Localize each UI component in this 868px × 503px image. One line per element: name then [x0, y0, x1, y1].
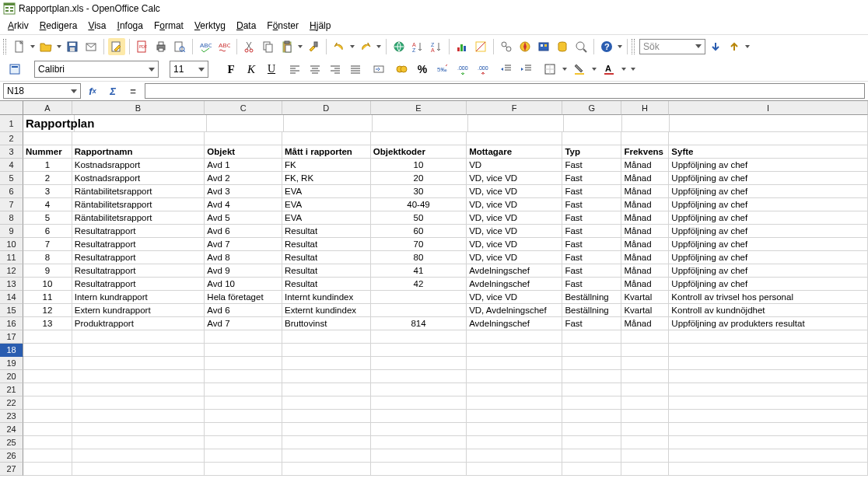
cell-G22[interactable] — [562, 396, 621, 410]
cell-A17[interactable] — [23, 330, 72, 344]
cell-B10[interactable]: Resultatrapport — [72, 238, 205, 251]
cell-E17[interactable] — [371, 330, 467, 344]
hyperlink-icon[interactable] — [390, 38, 408, 55]
cell-E9[interactable]: 60 — [371, 225, 467, 238]
row-header-11[interactable]: 11 — [0, 251, 23, 264]
cell-E5[interactable]: 20 — [371, 172, 467, 185]
menu-arkiv[interactable]: Arkiv — [3, 19, 33, 33]
cell-B26[interactable] — [72, 449, 205, 463]
open-dropdown[interactable] — [56, 38, 62, 55]
cell-F16[interactable]: Avdelningschef — [467, 317, 562, 330]
add-decimal-icon[interactable]: .000 — [454, 61, 471, 78]
cell-F18[interactable] — [467, 344, 562, 357]
cell-B8[interactable]: Räntabilitetsrapport — [72, 211, 205, 225]
row-header-9[interactable]: 9 — [0, 225, 23, 238]
cell-A18[interactable] — [23, 344, 72, 357]
row-header-8[interactable]: 8 — [0, 211, 23, 225]
cell-A12[interactable]: 9 — [23, 264, 72, 278]
format-paintbrush-icon[interactable] — [305, 38, 322, 55]
paste-dropdown[interactable] — [297, 38, 303, 55]
cell-I2[interactable] — [669, 132, 868, 145]
cell-I13[interactable]: Uppföljning av chef — [669, 278, 868, 291]
cell-D5[interactable]: FK, RK — [282, 172, 371, 185]
cell-A4[interactable]: 1 — [23, 159, 72, 172]
cell-B23[interactable] — [72, 410, 205, 423]
font-size-combo[interactable]: 11 — [170, 61, 208, 78]
cell-A10[interactable]: 7 — [23, 238, 72, 251]
cell-G4[interactable]: Fast — [562, 159, 621, 172]
zoom-icon[interactable] — [572, 38, 590, 55]
cell-H3[interactable]: Frekvens — [621, 145, 669, 159]
cell-I19[interactable] — [669, 357, 868, 370]
row-header-25[interactable]: 25 — [0, 436, 23, 449]
cell-H5[interactable]: Månad — [621, 172, 669, 185]
cell-E11[interactable]: 80 — [371, 251, 467, 264]
cell-C21[interactable] — [205, 383, 282, 396]
cell-C24[interactable] — [205, 423, 282, 436]
menu-format[interactable]: Format — [149, 19, 188, 33]
cell-G12[interactable]: Fast — [562, 264, 621, 278]
align-left-icon[interactable] — [286, 61, 303, 78]
row-header-17[interactable]: 17 — [0, 330, 23, 344]
menu-redigera[interactable]: Redigera — [35, 19, 82, 33]
cell-E25[interactable] — [371, 436, 467, 449]
cell-E21[interactable] — [371, 383, 467, 396]
cell-G6[interactable]: Fast — [562, 185, 621, 198]
cell-I4[interactable]: Uppföljning av chef — [669, 159, 868, 172]
cell-F7[interactable]: VD, vice VD — [467, 198, 562, 211]
col-header-F[interactable]: F — [467, 101, 562, 115]
cell-D9[interactable]: Resultat — [282, 225, 371, 238]
row-header-4[interactable]: 4 — [0, 159, 23, 172]
gallery-icon[interactable] — [535, 38, 552, 55]
cell-H1[interactable] — [622, 115, 670, 132]
cell-I26[interactable] — [669, 449, 868, 463]
cell-I16[interactable]: Uppföljning av produkters resultat — [669, 317, 868, 330]
cell-H10[interactable]: Månad — [621, 238, 669, 251]
cell-D15[interactable]: Externt kundindex — [282, 304, 371, 317]
cell-B14[interactable]: Intern kundrapport — [72, 291, 205, 304]
cell-G14[interactable]: Beställning — [562, 291, 621, 304]
cell-C11[interactable]: Avd 8 — [205, 251, 282, 264]
cell-E16[interactable]: 814 — [371, 317, 467, 330]
cell-G18[interactable] — [562, 344, 621, 357]
cell-A26[interactable] — [23, 449, 72, 463]
cell-F9[interactable]: VD, vice VD — [467, 225, 562, 238]
cell-B20[interactable] — [72, 370, 205, 383]
cell-A15[interactable]: 12 — [23, 304, 72, 317]
row-header-20[interactable]: 20 — [0, 370, 23, 383]
cell-H6[interactable]: Månad — [621, 185, 669, 198]
cell-A23[interactable] — [23, 410, 72, 423]
search-grip[interactable] — [632, 39, 635, 54]
cell-C6[interactable]: Avd 3 — [205, 185, 282, 198]
cell-I11[interactable]: Uppföljning av chef — [669, 251, 868, 264]
cell-I3[interactable]: Syfte — [669, 145, 868, 159]
cell-E19[interactable] — [371, 357, 467, 370]
cell-F3[interactable]: Mottagare — [467, 145, 562, 159]
search-input[interactable]: Sök — [639, 39, 705, 54]
save-icon[interactable] — [64, 38, 81, 55]
remove-decimal-icon[interactable]: .000 — [474, 61, 492, 78]
row-header-13[interactable]: 13 — [0, 278, 23, 291]
datasources-icon[interactable] — [554, 38, 571, 55]
cell-I15[interactable]: Kontroll av kundnöjdhet — [669, 304, 868, 317]
cell-I20[interactable] — [669, 370, 868, 383]
font-color-dropdown[interactable] — [621, 61, 627, 78]
cell-D23[interactable] — [282, 410, 371, 423]
select-all-corner[interactable] — [0, 101, 23, 115]
cell-E18[interactable] — [371, 344, 467, 357]
print-icon[interactable] — [152, 38, 170, 55]
toolbar-overflow[interactable] — [617, 38, 623, 55]
chart-icon[interactable] — [453, 38, 471, 55]
cell-H15[interactable]: Kvartal — [621, 304, 669, 317]
borders-dropdown[interactable] — [562, 61, 568, 78]
cell-B18[interactable] — [72, 344, 205, 357]
cell-E13[interactable]: 42 — [371, 278, 467, 291]
cell-H8[interactable]: Månad — [621, 211, 669, 225]
cell-I27[interactable] — [669, 463, 868, 476]
cell-A6[interactable]: 3 — [23, 185, 72, 198]
cell-I5[interactable]: Uppföljning av chef — [669, 172, 868, 185]
export-pdf-icon[interactable]: PDF — [134, 38, 151, 55]
cell-G17[interactable] — [562, 330, 621, 344]
standard-format-icon[interactable]: 5‰ — [434, 61, 451, 78]
cell-A14[interactable]: 11 — [23, 291, 72, 304]
